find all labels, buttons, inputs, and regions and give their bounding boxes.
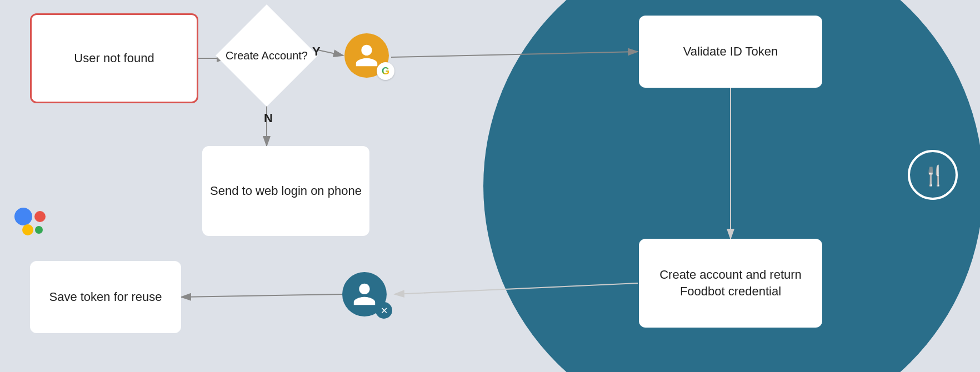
person-silhouette-icon [353, 42, 380, 69]
save-token-label: Save token for reuse [49, 289, 162, 305]
google-assistant-icon [11, 200, 56, 244]
node-validate-id-token: Validate ID Token [639, 16, 822, 88]
google-g-badge: G [377, 62, 394, 80]
user-not-found-label: User not found [74, 50, 154, 67]
diamond-create-account: Create Account? [222, 11, 311, 100]
foodbot-account-icon: ✕ [342, 272, 387, 316]
svg-point-9 [14, 208, 32, 225]
node-send-to-web: Send to web login on phone [202, 146, 369, 236]
create-account-label: Create account and return Foodbot creden… [639, 267, 822, 299]
person-silhouette-foodbot-icon [351, 281, 378, 308]
svg-point-10 [34, 211, 46, 222]
node-save-token: Save token for reuse [30, 261, 181, 333]
send-to-web-label: Send to web login on phone [210, 183, 362, 199]
svg-text:🍴: 🍴 [922, 164, 947, 187]
fork-spoon-icon: 🍴 [919, 161, 947, 189]
person-avatar-google: G [344, 33, 389, 78]
svg-point-11 [22, 224, 33, 235]
node-create-account-return: Create account and return Foodbot creden… [639, 239, 822, 328]
label-no: N [264, 111, 273, 125]
google-account-icon: G [344, 33, 389, 78]
svg-point-12 [35, 226, 43, 234]
diamond-label: Create Account? [226, 49, 308, 62]
fork-knife-badge: ✕ [376, 302, 392, 319]
validate-id-label: Validate ID Token [683, 43, 778, 60]
foodbot-right-circle-icon: 🍴 [908, 150, 958, 200]
person-avatar-foodbot: ✕ [342, 272, 387, 316]
label-yes: Y [312, 44, 321, 59]
node-user-not-found: User not found [30, 13, 198, 103]
